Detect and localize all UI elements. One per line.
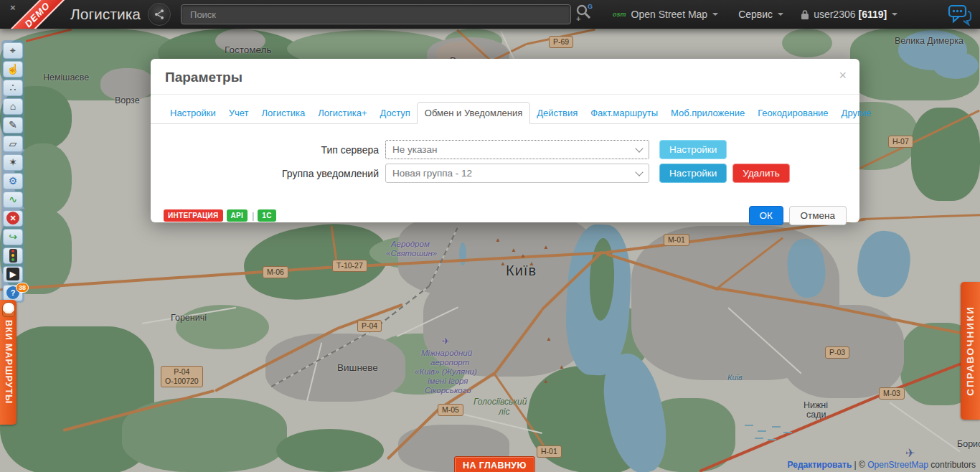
1c-badge: 1C	[258, 209, 275, 222]
service-menu[interactable]: Сервис	[738, 9, 783, 20]
chat-button[interactable]	[947, 3, 974, 26]
bag-icon	[2, 302, 15, 317]
chat-icon	[947, 3, 974, 26]
tab-mob-prilozhenie[interactable]: Моб.приложение	[664, 103, 751, 123]
chevron-down-icon	[778, 13, 783, 19]
settings-tool[interactable]: ⚙	[3, 173, 23, 189]
chevron-down-icon	[892, 13, 897, 19]
app-title: Логистика	[70, 6, 141, 23]
reroute-tool[interactable]: ↪	[3, 229, 23, 245]
ok-button[interactable]: ОК	[749, 206, 783, 225]
tab-logistika[interactable]: Логистика	[255, 103, 312, 123]
server-type-value: Не указан	[392, 144, 437, 155]
parameters-dialog: Параметры × Настройки Учет Логистика Лог…	[151, 59, 859, 222]
tab-obmen-uvedomleniya[interactable]: Обмен и Уведомления	[417, 102, 530, 124]
tab-fakt-marshruty[interactable]: Факт.маршруты	[584, 103, 664, 123]
server-type-select[interactable]: Не указан	[385, 140, 649, 159]
target-tool[interactable]: ⌖	[3, 42, 23, 59]
map-provider-menu[interactable]: osm Open Street Map	[613, 9, 718, 20]
tab-deystviya[interactable]: Действия	[530, 103, 584, 123]
magic-wand-tool-icon: ✶	[9, 157, 17, 167]
map-toolbar: ⌖☝∴⌂✎▱✶⚙∿✕↪▶?38	[1, 40, 24, 303]
hand-tool[interactable]: ☝	[3, 61, 23, 77]
notification-count-badge: 38	[16, 283, 29, 293]
chevron-down-icon	[712, 13, 718, 19]
draw-tool-icon: ✎	[9, 120, 17, 130]
notification-group-row: Группа уведомлений Новая группа - 12 Нас…	[151, 164, 847, 183]
svg-text:+: +	[576, 14, 580, 23]
copyright-symbol: ©	[859, 460, 867, 470]
tab-logistika-plus[interactable]: Логистика+	[311, 103, 373, 123]
reference-books-label: СПРАВОЧНИКИ	[965, 306, 976, 396]
service-label: Сервис	[738, 9, 773, 20]
integration-badge: ИНТЕГРАЦИЯ	[164, 209, 223, 222]
polygon-tool-icon: ⌂	[10, 101, 16, 111]
notification-group-value: Новая группа - 12	[392, 168, 472, 179]
share-icon	[154, 9, 165, 20]
notification-group-label: Группа уведомлений	[151, 168, 385, 179]
lock-icon	[801, 9, 809, 20]
close-icon[interactable]: ×	[10, 2, 16, 13]
user-name: user2306	[814, 9, 855, 20]
tab-nastroyki[interactable]: Настройки	[164, 103, 222, 123]
dialog-title-bar: Параметры ×	[151, 59, 859, 95]
group-delete-button[interactable]: Удалить	[732, 164, 790, 183]
tab-uchet[interactable]: Учет	[222, 103, 255, 123]
magic-wand-tool[interactable]: ✶	[3, 154, 23, 171]
points-tool-icon: ∴	[10, 82, 17, 93]
dialog-close-icon[interactable]: ×	[839, 68, 847, 83]
video-tool[interactable]: ▶	[3, 266, 23, 283]
share-button[interactable]	[148, 3, 171, 26]
api-badge: API	[227, 209, 248, 222]
hand-tool-icon: ☝	[6, 64, 19, 74]
target-tool-icon: ⌖	[10, 45, 16, 55]
points-tool[interactable]: ∴	[3, 80, 23, 96]
chevron-down-icon	[635, 144, 643, 152]
map-provider-label: Open Street Map	[631, 9, 708, 20]
dialog-tabs: Настройки Учет Логистика Логистика+ Дост…	[151, 95, 859, 124]
dialog-title: Параметры	[165, 70, 242, 85]
route-tool-icon: ∿	[9, 194, 17, 204]
user-id: [6119]	[859, 9, 887, 20]
traffic-tool[interactable]	[3, 247, 23, 264]
ruler-tool[interactable]: ▱	[3, 136, 23, 152]
tab-dostup[interactable]: Доступ	[374, 103, 417, 123]
user-menu[interactable]: user2306 [6119]	[801, 9, 897, 20]
route-tool[interactable]: ∿	[3, 192, 23, 208]
badge-separator: |	[252, 211, 254, 221]
group-settings-button[interactable]: Настройки	[659, 164, 727, 183]
search-icon[interactable]: G +	[575, 3, 594, 26]
routes-ribbon-label: ВКИ МАРШРУТЫ	[4, 320, 14, 404]
cancel-button[interactable]: Отмена	[789, 206, 847, 225]
map-attribution: Редактировать | © OpenStreetMap contribu…	[788, 460, 976, 470]
server-type-label: Тип сервера	[151, 144, 385, 156]
delete-route-tool-icon: ✕	[6, 212, 19, 225]
server-settings-button[interactable]: Настройки	[659, 140, 727, 159]
search-input[interactable]	[181, 4, 571, 24]
tab-drugie[interactable]: Другие	[835, 103, 878, 123]
svg-text:G: G	[588, 3, 593, 10]
chevron-down-icon	[635, 168, 643, 176]
top-bar: × DEMO Логистика G + osm Open Street Map…	[0, 0, 980, 29]
routes-ribbon[interactable]: ВКИ МАРШРУТЫ	[0, 300, 17, 425]
dialog-body: Тип сервера Не указан Настройки Группа у…	[151, 124, 859, 183]
attribution-separator: |	[852, 460, 859, 470]
reference-books-ribbon[interactable]: СПРАВОЧНИКИ	[961, 282, 980, 420]
home-button[interactable]: НА ГЛАВНУЮ	[454, 456, 535, 472]
osm-link[interactable]: OpenStreetMap	[867, 460, 928, 470]
settings-tool-icon: ⚙	[9, 176, 18, 186]
polygon-tool[interactable]: ⌂	[3, 98, 23, 115]
tab-geokodirovanie[interactable]: Геокодирование	[751, 103, 834, 123]
contributors-text: contributors	[928, 460, 976, 470]
reroute-tool-icon: ↪	[9, 232, 17, 242]
delete-route-tool[interactable]: ✕	[3, 210, 23, 227]
dialog-footer: ИНТЕГРАЦИЯ API | 1C ОК Отмена	[151, 197, 859, 235]
draw-tool[interactable]: ✎	[3, 117, 23, 133]
server-type-row: Тип сервера Не указан Настройки	[151, 140, 847, 159]
help-tool[interactable]: ?38	[3, 285, 23, 301]
ruler-tool-icon: ▱	[9, 138, 17, 148]
video-tool-icon: ▶	[6, 268, 19, 280]
osm-logo: osm	[613, 11, 626, 18]
notification-group-select[interactable]: Новая группа - 12	[385, 164, 649, 183]
edit-map-link[interactable]: Редактировать	[788, 460, 852, 470]
